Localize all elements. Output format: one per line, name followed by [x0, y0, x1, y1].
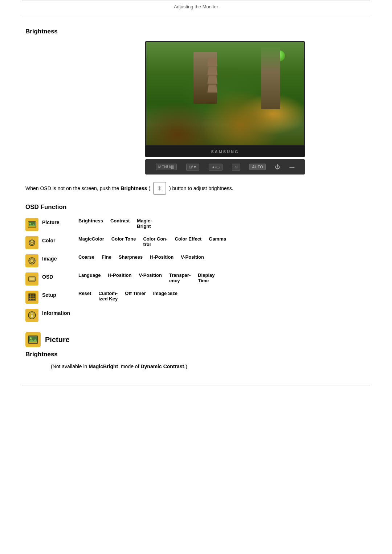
svg-point-3 [29, 223, 31, 224]
power-icon[interactable]: ⏻ [275, 164, 280, 170]
osd-row-osd: OSD Language H-Position V-Position Trans… [25, 271, 374, 287]
brightness-title: Brightness [25, 28, 370, 35]
monitor-screen-image [146, 42, 304, 145]
picture-section-label: Picture [45, 336, 70, 344]
monitor-image-area: SAMSUNG MENU/||| ⊡/▼ ▲/◌ ⊕ AUTO ⏻ — [80, 41, 370, 175]
osd-function-title: OSD Function [25, 204, 370, 211]
osd-row-color: Color MagicColor Color Tone Color Con-tr… [25, 235, 374, 251]
monitor-screen [145, 41, 305, 146]
brightness-instruction: When OSD is not on the screen, push the … [25, 182, 370, 195]
nav-button-1[interactable]: ⊡/▼ [186, 164, 200, 171]
header-title: Adjusting the Monitor [174, 4, 218, 9]
osd-menu-image: Image [42, 254, 75, 262]
svg-point-7 [31, 242, 33, 243]
svg-rect-20 [33, 294, 35, 296]
svg-rect-23 [33, 296, 35, 298]
svg-point-9 [30, 259, 34, 263]
pagoda-decoration [206, 58, 219, 99]
osd-color-options: MagicColor Color Tone Color Con-trol Col… [78, 236, 374, 247]
brightness-note: (Not available in MagicBright mode of Dy… [51, 362, 370, 371]
osd-menu-information: Information [42, 309, 75, 316]
osd-menu-osd: OSD [42, 272, 75, 280]
auto-button[interactable]: AUTO [249, 164, 265, 170]
monitor-control-bar: MENU/||| ⊡/▼ ▲/◌ ⊕ AUTO ⏻ — [145, 159, 305, 175]
svg-rect-16 [29, 280, 34, 281]
osd-menu-setup: Setup [42, 291, 75, 298]
svg-rect-18 [29, 294, 30, 296]
osd-row-setup: Setup Reset Custom-ized Key Off Timer Im… [25, 289, 374, 305]
picture-icon-large [25, 332, 41, 347]
instruction-text-suffix: ) button to adjust brightness. [169, 184, 233, 192]
osd-icon-color [25, 236, 38, 249]
osd-icon-information [25, 309, 38, 322]
enter-button[interactable]: ⊕ [232, 164, 240, 171]
green-ball-decoration [274, 50, 285, 61]
page-header: Adjusting the Monitor [22, 0, 370, 17]
svg-point-28 [32, 313, 33, 315]
brightness-sub-title: Brightness [25, 351, 370, 358]
osd-row-picture: Picture Brightness Contrast Magic-Bright [25, 217, 374, 233]
svg-rect-24 [29, 299, 30, 300]
brightness-icon: ✳ [153, 182, 166, 195]
dash-button[interactable]: — [289, 164, 294, 170]
osd-icon-image [25, 254, 38, 267]
osd-icon-osd [25, 272, 38, 286]
svg-rect-19 [31, 294, 33, 296]
nav-button-2[interactable]: ▲/◌ [209, 164, 222, 171]
monitor-base: SAMSUNG [145, 146, 305, 157]
osd-row-information: Information [25, 307, 374, 323]
osd-picture-options: Brightness Contrast Magic-Bright [78, 218, 374, 229]
picture-section-header: Picture [25, 332, 370, 347]
svg-rect-15 [29, 278, 34, 280]
svg-rect-29 [32, 315, 33, 317]
osd-row-image: Image Coarse Fine Sharpness H-Position V… [25, 253, 374, 269]
samsung-logo: SAMSUNG [211, 149, 239, 154]
osd-osd-options: Language H-Position V-Position Transpar-… [78, 272, 374, 283]
osd-image-options: Coarse Fine Sharpness H-Position V-Posit… [78, 254, 374, 260]
menu-button[interactable]: MENU/||| [156, 164, 177, 170]
osd-menu-color: Color [42, 236, 75, 243]
svg-rect-21 [29, 296, 30, 298]
svg-rect-25 [31, 299, 33, 300]
osd-table: Picture Brightness Contrast Magic-Bright… [25, 217, 374, 323]
osd-icon-setup [25, 291, 38, 304]
svg-rect-26 [33, 299, 35, 300]
svg-point-32 [30, 337, 32, 339]
instruction-text-prefix: When OSD is not on the screen, push the … [25, 184, 150, 192]
osd-setup-options: Reset Custom-ized Key Off Timer Image Si… [78, 291, 374, 301]
osd-menu-picture: Picture [42, 218, 75, 225]
svg-rect-22 [31, 296, 33, 298]
osd-icon-picture [25, 218, 38, 231]
